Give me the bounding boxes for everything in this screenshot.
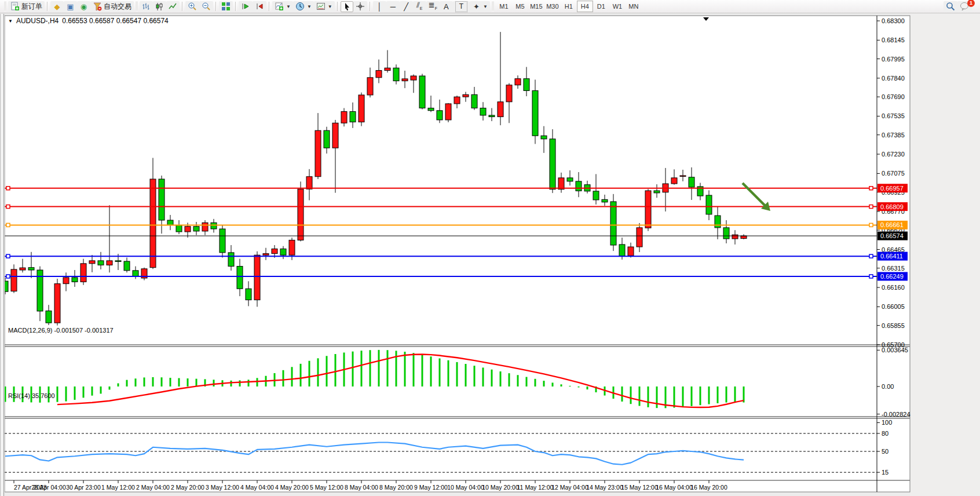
notifications-button[interactable]: 1 bbox=[957, 1, 972, 12]
date-tick-label: 30 Apr 23:00 bbox=[66, 484, 101, 491]
line-handle[interactable] bbox=[869, 275, 873, 278]
candle-body bbox=[246, 289, 251, 300]
new-order-button[interactable]: 新订单 bbox=[8, 1, 45, 12]
candle-body bbox=[350, 112, 356, 122]
timeframe-d1[interactable]: D1 bbox=[593, 1, 609, 12]
date-tick-label: 15 May 12:00 bbox=[621, 484, 658, 491]
line-handle[interactable] bbox=[6, 275, 10, 278]
templates-icon bbox=[316, 2, 326, 11]
candle-body bbox=[506, 85, 512, 102]
timeframe-m30[interactable]: M30 bbox=[544, 1, 561, 12]
candle-body bbox=[489, 115, 495, 117]
candle-body bbox=[637, 228, 642, 247]
equidistant-channel-tool[interactable]: ⫽E bbox=[413, 1, 426, 12]
market-watch-button[interactable]: ◉ bbox=[77, 1, 90, 12]
candle-body bbox=[176, 225, 182, 232]
candle-body bbox=[202, 223, 208, 231]
candle-body bbox=[28, 268, 34, 270]
dropdown-caret: ▼ bbox=[483, 4, 488, 9]
text-label-tool[interactable]: T bbox=[453, 1, 470, 12]
chevron-down-icon[interactable]: ▼ bbox=[8, 19, 13, 24]
timeframe-w1[interactable]: W1 bbox=[609, 1, 626, 12]
candle-body bbox=[654, 191, 660, 193]
fibonacci-tool[interactable]: ≣F bbox=[426, 1, 440, 12]
line-handle[interactable] bbox=[6, 205, 10, 209]
line-handle[interactable] bbox=[6, 187, 10, 190]
chart-shift-button[interactable] bbox=[253, 1, 266, 12]
toolbar-separator bbox=[337, 2, 338, 11]
templates-button[interactable]: ▼ bbox=[314, 1, 335, 12]
line-handle[interactable] bbox=[869, 223, 873, 227]
search-button[interactable] bbox=[944, 1, 957, 12]
auto-scroll-icon bbox=[241, 2, 250, 10]
vertical-line-tool[interactable]: │ bbox=[373, 1, 386, 12]
trendline-tool[interactable]: ╱ bbox=[400, 1, 413, 12]
auto-scroll-button[interactable] bbox=[239, 1, 253, 12]
rsi-indicator-label: RSI(14) 35.7600 bbox=[8, 392, 55, 399]
cursor-tool-button[interactable] bbox=[341, 1, 353, 12]
candle-body bbox=[98, 261, 104, 265]
macd-axis-label: 0.003645 bbox=[882, 347, 908, 353]
candle-body bbox=[550, 139, 555, 189]
timeframe-m5[interactable]: M5 bbox=[512, 1, 528, 12]
new-chart-button[interactable]: ◆ bbox=[50, 1, 64, 12]
candle-body bbox=[81, 264, 86, 282]
macd-axis-label: -0.002824 bbox=[882, 411, 910, 418]
text-tool[interactable]: A bbox=[440, 1, 453, 12]
tile-windows-button[interactable] bbox=[219, 1, 233, 12]
candle-body bbox=[454, 97, 460, 104]
line-handle[interactable] bbox=[6, 254, 10, 258]
zoom-in-icon bbox=[188, 2, 197, 11]
candlestick-chart-button[interactable] bbox=[153, 1, 166, 12]
candle-body bbox=[167, 220, 173, 225]
toolbar-grip[interactable] bbox=[492, 2, 494, 11]
line-chart-button[interactable] bbox=[166, 1, 180, 12]
autotrading-button[interactable]: 自动交易 bbox=[90, 1, 134, 12]
timeframe-m1[interactable]: M1 bbox=[496, 1, 512, 12]
line-handle[interactable] bbox=[6, 223, 10, 227]
candle-body bbox=[211, 223, 217, 229]
date-tick-label: 14 May 23:00 bbox=[586, 484, 623, 491]
chart-title-bar: ▼ AUDUSD-,H4 0.66553 0.66587 0.66547 0.6… bbox=[8, 17, 169, 25]
toolbar-grip[interactable] bbox=[4, 2, 6, 11]
bar-chart-button[interactable] bbox=[140, 1, 153, 12]
price-tag-label: 0.66957 bbox=[880, 185, 904, 192]
candle-body bbox=[159, 179, 164, 220]
candle-body bbox=[228, 253, 234, 267]
price-tick-label: 0.67535 bbox=[882, 112, 905, 119]
candle-body bbox=[732, 235, 738, 239]
profiles-button[interactable]: ▣ bbox=[64, 1, 77, 12]
candle-body bbox=[498, 102, 503, 117]
crosshair-tool-button[interactable] bbox=[353, 1, 367, 12]
chart-canvas[interactable]: 0.683000.681450.679950.678400.676900.675… bbox=[0, 14, 980, 496]
line-handle[interactable] bbox=[869, 205, 873, 209]
candle-body bbox=[671, 178, 677, 184]
timeframe-m15[interactable]: M15 bbox=[528, 1, 544, 12]
price-tag-label: 0.66661 bbox=[880, 221, 904, 228]
tile-windows-icon bbox=[221, 2, 231, 11]
candle-body bbox=[341, 112, 347, 123]
timeframe-h1[interactable]: H1 bbox=[561, 1, 577, 12]
toolbar-separator bbox=[215, 2, 217, 11]
timeframe-h4[interactable]: H4 bbox=[577, 1, 593, 12]
fibonacci-icon: ≣F bbox=[429, 0, 437, 13]
line-handle[interactable] bbox=[869, 187, 873, 190]
zoom-out-button[interactable] bbox=[199, 1, 213, 12]
arrows-tool[interactable]: ✦▼ bbox=[470, 1, 490, 12]
price-tick-label: 0.67385 bbox=[882, 132, 905, 138]
candle-body bbox=[289, 240, 295, 255]
toolbar-grip[interactable] bbox=[136, 2, 138, 11]
date-tick-label: 5 May 12:00 bbox=[310, 484, 343, 491]
line-handle[interactable] bbox=[869, 254, 873, 258]
timeframe-mn[interactable]: MN bbox=[626, 1, 642, 12]
horizontal-line-tool[interactable]: ─ bbox=[386, 1, 400, 12]
periods-button[interactable]: ▼ bbox=[293, 1, 314, 12]
candle-body bbox=[280, 249, 286, 255]
candle-body bbox=[11, 269, 17, 291]
zoom-in-button[interactable] bbox=[185, 1, 199, 12]
candle-body bbox=[72, 278, 78, 282]
new-order-label: 新订单 bbox=[21, 2, 42, 12]
indicators-button[interactable]: ▼ bbox=[272, 1, 293, 12]
candle-body bbox=[576, 181, 582, 191]
candle-body bbox=[480, 108, 486, 115]
